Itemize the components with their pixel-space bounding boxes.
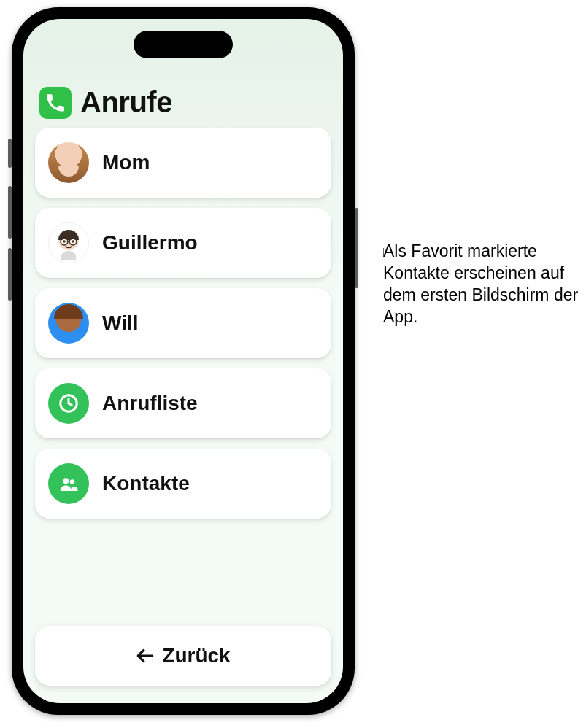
callout-leader xyxy=(328,252,383,252)
contact-row-mom[interactable]: Mom xyxy=(35,128,331,198)
svg-point-4 xyxy=(72,240,74,243)
people-icon xyxy=(48,463,89,504)
back-button[interactable]: Zurück xyxy=(35,626,331,686)
page-title: Anrufe xyxy=(80,86,172,119)
svg-point-2 xyxy=(63,240,66,243)
side-button-power xyxy=(355,208,358,288)
row-recent-calls[interactable]: Anrufliste xyxy=(35,368,331,438)
footer: Zurück xyxy=(23,611,343,703)
phone-app-icon xyxy=(39,87,72,119)
side-button-vol-down xyxy=(8,248,12,301)
dynamic-island xyxy=(134,31,233,58)
avatar-will xyxy=(48,303,89,344)
favorites-list: Mom Guillermo xyxy=(23,125,343,611)
contact-row-guillermo[interactable]: Guillermo xyxy=(35,208,331,278)
callout-text: Als Favorit markierte Kontakte erscheine… xyxy=(383,241,580,328)
svg-point-9 xyxy=(63,478,69,484)
arrow-left-icon xyxy=(136,648,155,664)
back-label: Zurück xyxy=(162,644,230,667)
svg-point-10 xyxy=(70,479,75,484)
screen: Anrufe Mom xyxy=(23,19,343,703)
row-contacts[interactable]: Kontakte xyxy=(35,449,331,519)
side-button-silent xyxy=(8,139,12,168)
row-label: Kontakte xyxy=(102,472,190,495)
contact-row-will[interactable]: Will xyxy=(35,288,331,358)
side-button-vol-up xyxy=(8,186,12,239)
avatar-mom xyxy=(48,142,89,183)
contact-label: Will xyxy=(102,311,139,335)
row-label: Anrufliste xyxy=(102,392,198,415)
contact-label: Mom xyxy=(102,151,150,174)
phone-icon xyxy=(45,93,66,113)
avatar-guillermo xyxy=(48,222,89,263)
contact-label: Guillermo xyxy=(102,231,198,255)
iphone-frame: Anrufe Mom xyxy=(12,7,355,715)
clock-icon xyxy=(48,383,89,424)
